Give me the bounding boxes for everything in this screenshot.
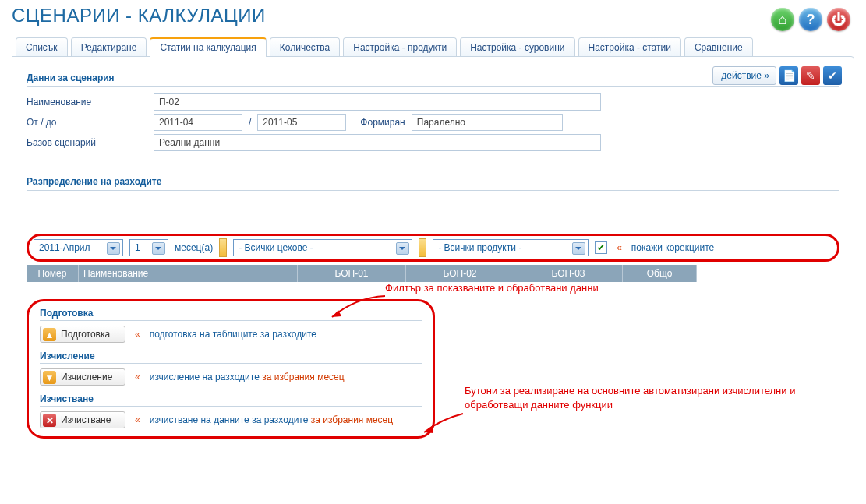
angles-2: « [135,329,140,340]
annotation-ops: Бутони за реализиране на основните автом… [465,384,854,411]
select-workshops[interactable]: - Всички цехове - [233,239,412,256]
calculate-button-label: Изчисление [61,372,112,382]
calc-desc: изчисление на разходите за избрания месе… [150,372,345,382]
calculate-button[interactable]: ▼Изчисление [40,368,125,386]
show-corrections-checkbox[interactable]: ✔ [595,241,607,254]
yellow-sep-1 [219,238,227,257]
col-total: Общо [623,265,697,282]
arrow-side-icon [418,407,465,439]
annotation-filter: Филтър за показваните и обработвани данн… [385,282,599,294]
col-bon02: БОН-02 [406,265,514,282]
select-month[interactable]: 2011-Април [34,239,123,256]
close-icon: ✕ [43,414,56,427]
power-icon[interactable]: ⏻ [827,8,850,31]
clear-button[interactable]: ✕Изчистване [40,411,125,428]
home-icon[interactable]: ⌂ [771,8,794,31]
formed-input[interactable] [412,114,563,131]
clr-desc: изчистване на данните за разходите за из… [150,414,393,425]
select-count[interactable]: 1 [129,239,168,256]
edit-icon[interactable]: ✎ [801,66,820,85]
clear-button-label: Изчистване [61,414,111,425]
svg-marker-1 [424,426,433,433]
action-button[interactable]: действие » [712,66,776,85]
tab-compare[interactable]: Сравнение [684,37,753,57]
filter-row: 2011-Април 1 месец(а) - Всички цехове - … [27,234,839,262]
page-title: СЦЕНАРИИ - КАЛКУЛАЦИИ [12,5,854,26]
chevron-up-icon: ▲ [43,328,56,341]
help-icon[interactable]: ? [799,8,822,31]
to-input[interactable] [257,114,346,131]
col-number: Номер [27,265,79,282]
ops-calc-title: Изчисление [40,351,422,364]
arrow-top-icon [324,290,387,321]
yellow-sep-2 [419,238,426,257]
chevron-down-icon: ▼ [43,371,56,384]
name-input[interactable] [154,93,601,111]
ops-clr-title: Изчистване [40,393,422,407]
select-products[interactable]: - Всички продукти - [433,239,589,256]
tabstrip: Списък Редактиране Статии на калкулация … [16,37,854,57]
angles-1: « [617,242,622,253]
panel: действие » 📄 ✎ ✔ Данни за сценария Наиме… [12,56,854,504]
prepare-button-label: Подготовка [61,329,110,340]
tab-settings-products[interactable]: Настройка - продукти [343,37,457,57]
tab-settings-materials[interactable]: Настройка - суровини [460,37,574,57]
tab-edit[interactable]: Редактиране [71,37,147,57]
check-icon[interactable]: ✔ [823,66,842,85]
col-bon03: БОН-03 [514,265,623,282]
section-title-dist: Разпределение на разходите [27,173,839,191]
slash: / [249,117,251,128]
col-name: Наименование [79,265,298,282]
label-base: Базов сценарий [27,137,147,148]
angles-4: « [135,414,140,425]
prep-desc: подготовка на таблиците за разходите [150,329,316,340]
tab-settings-articles[interactable]: Настройка - статии [578,37,681,57]
tab-calc-articles[interactable]: Статии на калкулация [150,37,266,57]
label-formed: Формиран [360,117,405,128]
from-input[interactable] [154,114,242,131]
label-period: От / до [27,117,147,128]
header-icons: ⌂ ? ⏻ [771,8,850,31]
action-bar: действие » 📄 ✎ ✔ [712,66,842,85]
base-input[interactable] [154,134,601,151]
cost-table: Номер Наименование БОН-01 БОН-02 БОН-03 … [27,265,697,282]
prepare-button[interactable]: ▲Подготовка [40,326,125,343]
tab-quantities[interactable]: Количества [270,37,340,57]
show-corrections-link[interactable]: покажи корекциите [631,242,714,253]
label-name: Наименование [27,97,147,107]
print-icon[interactable]: 📄 [779,66,798,85]
col-bon01: БОН-01 [298,265,406,282]
tab-list[interactable]: Списък [16,37,68,57]
months-text: месец(а) [175,242,213,253]
angles-3: « [135,372,140,382]
